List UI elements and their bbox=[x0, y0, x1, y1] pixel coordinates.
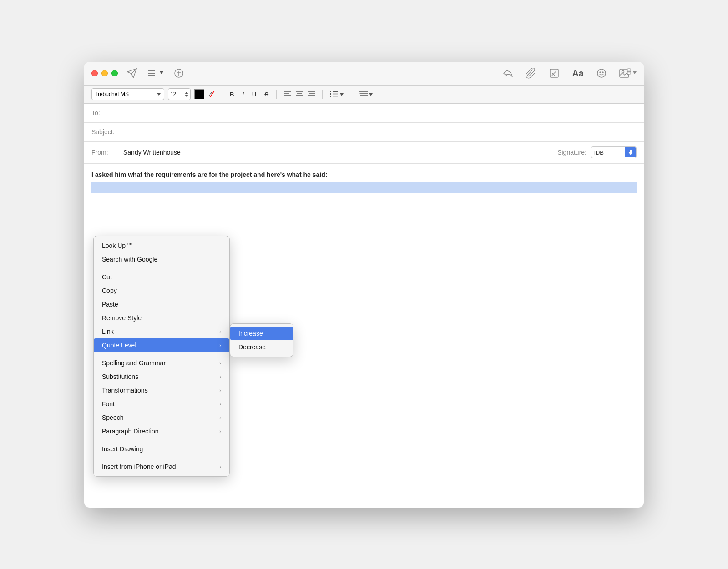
menu-item-insert-drawing[interactable]: Insert Drawing bbox=[94, 442, 229, 456]
list-format-button[interactable] bbox=[328, 90, 345, 99]
emoji-icon[interactable] bbox=[597, 68, 607, 78]
underline-button[interactable]: U bbox=[250, 89, 258, 100]
remove-formatting-icon[interactable]: A bbox=[208, 90, 216, 98]
menu-item-remove-style[interactable]: Remove Style bbox=[94, 311, 229, 325]
signature-area: Signature: iDB bbox=[557, 146, 637, 158]
toolbar bbox=[127, 68, 494, 78]
menu-item-cut[interactable]: Cut bbox=[94, 270, 229, 284]
align-right-button[interactable] bbox=[306, 90, 317, 99]
menu-item-lookup-label: Look Up "" bbox=[102, 242, 132, 249]
separator-4 bbox=[351, 90, 351, 99]
align-left-button[interactable] bbox=[282, 90, 293, 99]
menu-item-lookup[interactable]: Look Up "" bbox=[94, 239, 229, 252]
attachment-icon[interactable] bbox=[526, 68, 536, 79]
menu-item-search-google[interactable]: Search with Google bbox=[94, 252, 229, 266]
menu-item-copy[interactable]: Copy bbox=[94, 284, 229, 297]
menu-item-paragraph-direction[interactable]: Paragraph Direction › bbox=[94, 424, 229, 438]
submenu-item-decrease[interactable]: Decrease bbox=[230, 340, 293, 354]
fullscreen-button[interactable] bbox=[111, 70, 118, 76]
menu-item-remove-style-label: Remove Style bbox=[102, 314, 142, 322]
separator-2 bbox=[276, 90, 277, 99]
chevron-right-icon-font: › bbox=[219, 401, 221, 407]
send-icon[interactable] bbox=[127, 68, 137, 78]
close-button[interactable] bbox=[91, 70, 98, 76]
svg-point-12 bbox=[597, 69, 606, 77]
menu-item-spelling[interactable]: Spelling and Grammar › bbox=[94, 356, 229, 370]
chevron-right-icon-transformations: › bbox=[219, 388, 221, 393]
svg-rect-37 bbox=[330, 93, 331, 95]
menu-item-substitutions[interactable]: Substitutions › bbox=[94, 370, 229, 383]
edit-icon[interactable] bbox=[549, 68, 559, 78]
to-field[interactable]: To: bbox=[84, 104, 644, 123]
svg-marker-5 bbox=[160, 71, 163, 74]
from-name: Sandy Writtenhouse bbox=[123, 149, 181, 156]
svg-marker-22 bbox=[185, 92, 188, 94]
menu-item-font[interactable]: Font › bbox=[94, 397, 229, 411]
chevron-right-icon: › bbox=[219, 329, 221, 334]
strikethrough-button[interactable]: S bbox=[262, 89, 271, 100]
menu-item-speech-label: Speech bbox=[102, 414, 123, 421]
separator-menu-2 bbox=[98, 354, 225, 354]
svg-point-14 bbox=[602, 72, 603, 73]
subject-field[interactable]: Subject: bbox=[84, 123, 644, 142]
svg-marker-47 bbox=[628, 150, 633, 155]
chevron-right-icon-quote: › bbox=[219, 342, 221, 348]
format-bar: Trebuchet MS 12 A B I U S bbox=[84, 86, 644, 104]
selected-line bbox=[91, 182, 637, 193]
menu-item-transformations-label: Transformations bbox=[102, 387, 148, 394]
menu-item-font-label: Font bbox=[102, 400, 115, 408]
italic-button[interactable]: I bbox=[240, 89, 246, 100]
svg-rect-35 bbox=[330, 91, 331, 92]
format-icon[interactable]: Aa bbox=[572, 68, 584, 79]
body-text: I asked him what the requirements are fo… bbox=[91, 171, 637, 178]
menu-item-copy-label: Copy bbox=[102, 287, 117, 294]
signature-select[interactable]: iDB bbox=[591, 146, 637, 158]
chevron-right-icon-spelling: › bbox=[219, 360, 221, 366]
indent-button[interactable] bbox=[357, 90, 375, 99]
separator-menu-3 bbox=[98, 440, 225, 440]
font-selector[interactable]: Trebuchet MS bbox=[91, 88, 164, 100]
email-area: To: Subject: From: Sandy Writtenhouse Si… bbox=[84, 104, 644, 508]
menu-item-quote-level[interactable]: Quote Level › bbox=[94, 338, 229, 352]
separator-menu-4 bbox=[98, 458, 225, 458]
svg-marker-45 bbox=[359, 93, 360, 95]
menu-item-substitutions-label: Substitutions bbox=[102, 373, 138, 380]
submenu-item-increase-label: Increase bbox=[238, 330, 263, 337]
menu-item-cut-label: Cut bbox=[102, 273, 112, 281]
font-size-selector[interactable]: 12 bbox=[168, 88, 191, 100]
signature-label: Signature: bbox=[557, 149, 586, 156]
to-label: To: bbox=[91, 109, 123, 116]
menu-item-paste[interactable]: Paste bbox=[94, 297, 229, 311]
annotation-icon[interactable] bbox=[174, 69, 183, 78]
toolbar-right: Aa bbox=[503, 68, 637, 79]
menu-item-transformations[interactable]: Transformations › bbox=[94, 383, 229, 397]
submenu-item-increase[interactable]: Increase bbox=[230, 327, 293, 340]
chevron-right-icon-substitutions: › bbox=[219, 374, 221, 379]
mail-window: Aa bbox=[84, 62, 644, 508]
menu-item-quote-level-label: Quote Level bbox=[102, 342, 136, 349]
alignment-group bbox=[282, 90, 317, 99]
photo-icon[interactable] bbox=[619, 68, 637, 78]
menu-item-speech[interactable]: Speech › bbox=[94, 411, 229, 424]
context-menu: Look Up "" Search with Google Cut Copy P… bbox=[93, 236, 230, 477]
menu-item-insert-from-iphone[interactable]: Insert from iPhone or iPad › bbox=[94, 460, 229, 473]
traffic-lights bbox=[91, 70, 118, 76]
menu-item-spelling-label: Spelling and Grammar bbox=[102, 359, 166, 367]
separator-3 bbox=[322, 90, 323, 99]
menu-item-link[interactable]: Link › bbox=[94, 325, 229, 338]
quote-level-submenu: Increase Decrease bbox=[230, 323, 293, 357]
svg-marker-46 bbox=[369, 93, 373, 96]
svg-marker-23 bbox=[185, 95, 188, 97]
separator-menu-1 bbox=[98, 268, 225, 268]
svg-marker-21 bbox=[157, 93, 161, 96]
svg-rect-39 bbox=[330, 96, 331, 97]
bold-button[interactable]: B bbox=[228, 89, 236, 100]
align-center-button[interactable] bbox=[294, 90, 305, 99]
list-icon[interactable] bbox=[148, 70, 163, 77]
minimize-button[interactable] bbox=[101, 70, 108, 76]
from-row: From: Sandy Writtenhouse Signature: iDB bbox=[84, 142, 644, 164]
menu-item-search-google-label: Search with Google bbox=[102, 256, 157, 263]
submenu-item-decrease-label: Decrease bbox=[238, 343, 266, 351]
reply-icon[interactable] bbox=[503, 69, 514, 78]
text-color-swatch[interactable] bbox=[194, 89, 204, 99]
